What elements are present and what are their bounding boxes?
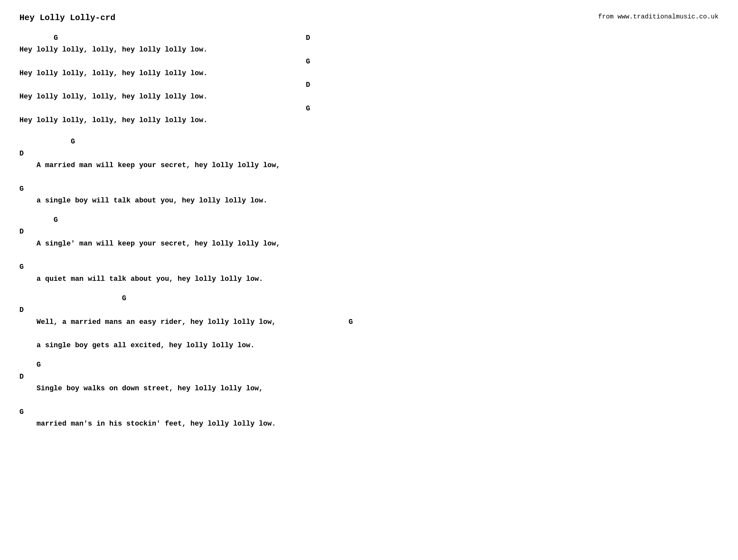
page-title: Hey Lolly Lolly-crd bbox=[19, 13, 115, 23]
song-content: G D Hey lolly lolly, lolly, hey lolly lo… bbox=[19, 32, 719, 430]
verse-3-text: G D Well, a married mans an easy rider, … bbox=[19, 293, 719, 351]
page-header: Hey Lolly Lolly-crd from www.traditional… bbox=[19, 13, 719, 23]
verse-3: G D Well, a married mans an easy rider, … bbox=[19, 293, 719, 351]
page-source: from www.traditionalmusic.co.uk bbox=[598, 13, 719, 20]
verse-2: G D A single' man will keep your secret,… bbox=[19, 214, 719, 285]
verse-2-text: G D A single' man will keep your secret,… bbox=[19, 214, 719, 285]
verse-1: G D A married man will keep your secret,… bbox=[19, 136, 719, 207]
verse-4: G D Single boy walks on down street, hey… bbox=[19, 359, 719, 430]
verse-4-text: G D Single boy walks on down street, hey… bbox=[19, 359, 719, 430]
intro-section: G D Hey lolly lolly, lolly, hey lolly lo… bbox=[19, 32, 719, 126]
intro-text: G D Hey lolly lolly, lolly, hey lolly lo… bbox=[19, 32, 719, 126]
verse-1-text: G D A married man will keep your secret,… bbox=[19, 136, 719, 207]
